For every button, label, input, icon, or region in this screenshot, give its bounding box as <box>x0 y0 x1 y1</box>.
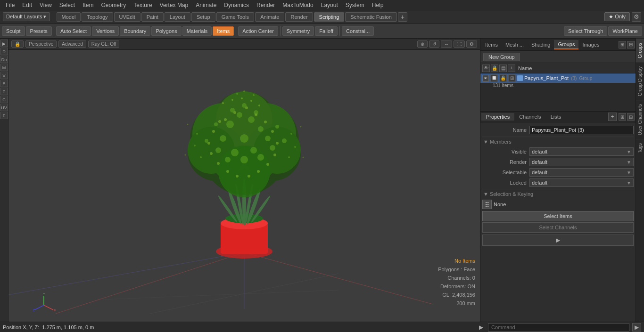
command-input[interactable] <box>488 323 629 332</box>
boundary-button[interactable]: Boundary <box>120 26 150 36</box>
group-lock-icon[interactable]: 🔒 <box>499 74 507 82</box>
menu-render[interactable]: Render <box>253 1 279 9</box>
panel-tab-mesh[interactable]: Mesh ... <box>502 40 528 49</box>
vp-icon-btn-4[interactable]: ⛶ <box>454 40 465 48</box>
add-tab-button[interactable]: + <box>398 12 407 22</box>
menu-edit[interactable]: Edit <box>18 1 36 9</box>
props-expand-button[interactable]: ⊞ <box>619 113 626 121</box>
panel-collapse-button[interactable]: ⊟ <box>627 41 635 49</box>
vp-advanced-btn[interactable]: Advanced <box>58 40 86 48</box>
viewport-canvas[interactable]: No Items Polygons : Face Channels: 0 Def… <box>8 50 480 322</box>
lt-btn-7[interactable]: P <box>0 88 8 95</box>
menu-item[interactable]: Item <box>79 1 97 9</box>
rst-tab-group-display[interactable]: Group Display <box>636 62 644 100</box>
lt-btn-5[interactable]: V <box>0 72 8 79</box>
menu-dynamics[interactable]: Dynamics <box>220 1 253 9</box>
items-button[interactable]: Items <box>213 26 234 36</box>
prop-visible-dropdown[interactable]: default ▼ <box>529 147 634 156</box>
auto-select-button[interactable]: Auto Select <box>56 26 91 36</box>
group-render-icon[interactable]: 🔲 <box>490 74 498 82</box>
prop-render-dropdown[interactable]: default ▼ <box>529 158 634 166</box>
vp-icon-btn-1[interactable]: ⊕ <box>417 40 428 48</box>
tab-setup[interactable]: Setup <box>191 12 215 22</box>
prop-name-input[interactable] <box>529 126 634 134</box>
vp-icon-btn-3[interactable]: ↔ <box>441 40 452 48</box>
select-through-button[interactable]: Select Through <box>564 26 607 36</box>
vp-perspective-btn[interactable]: Perspective <box>25 40 57 48</box>
tab-game-tools[interactable]: Game Tools <box>216 12 255 22</box>
menu-animate[interactable]: Animate <box>192 1 220 9</box>
menu-system[interactable]: System <box>342 1 368 9</box>
props-min-button[interactable]: ⊟ <box>627 113 635 121</box>
rst-tab-user-channels[interactable]: User Channels <box>636 100 644 139</box>
menu-vertex-map[interactable]: Vertex Map <box>156 1 192 9</box>
tab-paint[interactable]: Paint <box>141 12 164 22</box>
lt-btn-8[interactable]: C <box>0 96 8 103</box>
lt-btn-6[interactable]: E <box>0 80 8 87</box>
select-items-button[interactable]: Select Items <box>482 211 634 221</box>
menu-layout[interactable]: Layout <box>317 1 342 9</box>
group-type-icon[interactable]: ⊞ <box>508 74 516 82</box>
vp-lock-btn[interactable]: 🔒 <box>11 40 24 48</box>
star-only-button[interactable]: ★ Only <box>604 12 630 21</box>
lt-btn-3[interactable]: Du <box>0 56 8 63</box>
constraints-button[interactable]: Constrai... <box>342 26 374 36</box>
vp-raygl-btn[interactable]: Ray GL: Off <box>88 40 120 48</box>
props-tab-lists[interactable]: Lists <box>546 113 566 121</box>
group-eye-icon[interactable]: 👁 <box>482 75 489 81</box>
menu-view[interactable]: View <box>36 1 56 9</box>
groups-eye-btn[interactable]: 👁 <box>482 65 490 72</box>
menu-maxtomodo[interactable]: MaxToModo <box>279 1 317 9</box>
props-tab-properties[interactable]: Properties <box>481 113 514 121</box>
viewport[interactable]: 🔒 Perspective Advanced Ray GL: Off ⊕ ↺ ↔… <box>8 39 480 322</box>
prop-locked-dropdown[interactable]: default ▼ <box>529 178 634 187</box>
settings-gear-button[interactable]: ⚙ <box>632 12 641 22</box>
menu-help[interactable]: Help <box>368 1 388 9</box>
menu-texture[interactable]: Texture <box>130 1 156 9</box>
vertices-button[interactable]: Vertices <box>92 26 119 36</box>
menu-select[interactable]: Select <box>56 1 79 9</box>
new-group-button[interactable]: New Group <box>483 53 520 61</box>
menu-geometry[interactable]: Geometry <box>98 1 130 9</box>
panel-tab-images[interactable]: Images <box>578 40 603 49</box>
lt-btn-4[interactable]: M <box>0 64 8 71</box>
group-item-papyrus[interactable]: 👁 🔲 🔒 ⊞ Papyrus_Plant_Pot (3) Group <box>480 73 636 83</box>
panel-tab-groups[interactable]: Groups <box>554 40 578 49</box>
tab-animate[interactable]: Animate <box>255 12 284 22</box>
tab-model[interactable]: Model <box>57 12 81 22</box>
panel-tab-shading[interactable]: Shading <box>528 40 554 49</box>
vp-icon-btn-2[interactable]: ↺ <box>429 40 439 48</box>
props-tab-channels[interactable]: Channels <box>514 113 545 121</box>
workplane-button[interactable]: WorkPlane <box>608 26 642 36</box>
vp-icon-btn-5[interactable]: ⚙ <box>466 40 477 48</box>
rst-tab-tags[interactable]: Tags <box>636 139 644 157</box>
layout-dropdown[interactable]: Default Layouts ▾ <box>3 12 50 21</box>
lt-btn-10[interactable]: F <box>0 112 8 119</box>
menu-file[interactable]: File <box>2 1 18 9</box>
materials-button[interactable]: Materials <box>182 26 212 36</box>
props-add-button[interactable]: + <box>608 113 617 121</box>
tab-layout[interactable]: Layout <box>165 12 190 22</box>
props-next-button[interactable]: ▶ <box>482 235 634 246</box>
rst-tab-groups[interactable]: Groups <box>636 39 644 62</box>
lt-btn-9[interactable]: UV <box>0 104 8 111</box>
panel-expand-button[interactable]: ⊞ <box>619 41 626 49</box>
bottom-arrow[interactable]: ▶ <box>477 324 485 331</box>
groups-lock-btn[interactable]: 🔒 <box>491 65 498 72</box>
falloff-button[interactable]: Falloff <box>315 26 338 36</box>
lt-btn-2[interactable]: D <box>0 48 8 55</box>
select-channels-button[interactable]: Select Channels <box>482 222 634 233</box>
lt-btn-1[interactable]: ▶ <box>0 40 8 47</box>
groups-plus-btn[interactable]: + <box>508 65 515 72</box>
tab-schematic-fusion[interactable]: Schematic Fusion <box>345 12 396 22</box>
prop-selectable-dropdown[interactable]: default ▼ <box>529 168 634 177</box>
sculpt-button[interactable]: Sculpt <box>2 26 25 36</box>
presets-button[interactable]: Presets <box>26 26 52 36</box>
keying-dots-icon[interactable]: ⠿ <box>482 200 492 209</box>
tab-topology[interactable]: Topology <box>82 12 113 22</box>
groups-icon-btn[interactable]: ▤ <box>499 65 507 72</box>
command-run-button[interactable]: ▶ <box>632 323 641 332</box>
tab-scripting[interactable]: Scripting <box>314 12 345 22</box>
symmetry-button[interactable]: Symmetry <box>282 26 314 36</box>
action-center-button[interactable]: Action Center <box>238 26 278 36</box>
